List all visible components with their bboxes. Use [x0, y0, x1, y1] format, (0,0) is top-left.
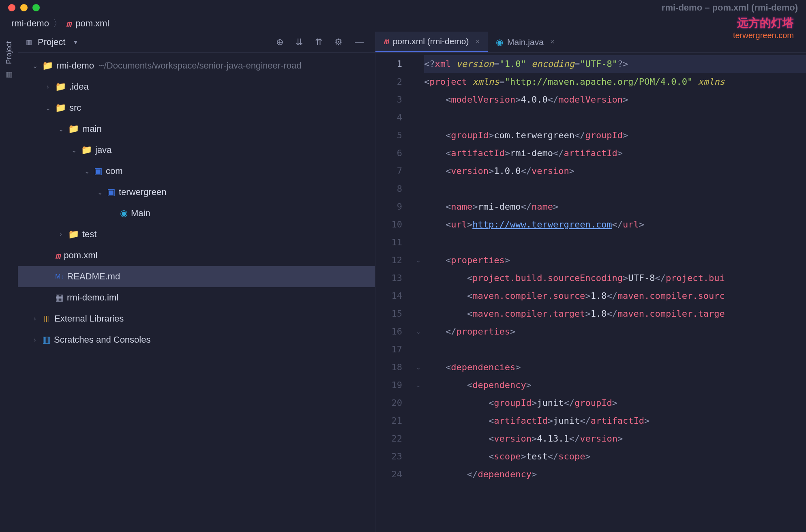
window-icon: ▥: [26, 38, 32, 46]
chevron-down-icon[interactable]: ▼: [73, 39, 78, 45]
code-line[interactable]: <version>4.13.1</version>: [424, 430, 806, 448]
tree-item[interactable]: ⌄▣com: [18, 161, 375, 182]
line-number[interactable]: 7: [375, 162, 402, 180]
code-line[interactable]: [424, 341, 806, 358]
code-line[interactable]: <artifactId>rmi-demo</artifactId>: [424, 144, 806, 162]
tree-arrow-icon[interactable]: ›: [31, 315, 39, 322]
code-line[interactable]: <project xmlns="http://maven.apache.org/…: [424, 73, 806, 91]
tree-item[interactable]: ⌄📁main: [18, 118, 375, 139]
close-icon[interactable]: ×: [550, 38, 555, 46]
tree-arrow-icon[interactable]: ⌄: [70, 146, 78, 154]
line-number[interactable]: 10: [375, 216, 402, 234]
collapse-all-icon[interactable]: ⇈: [312, 37, 326, 47]
code-line[interactable]: <project.build.sourceEncoding>UTF-8</pro…: [424, 269, 806, 287]
code-line[interactable]: [424, 180, 806, 198]
code-line[interactable]: [424, 234, 806, 251]
close-icon[interactable]: ×: [476, 37, 480, 46]
tree-item[interactable]: ›📁.idea: [18, 76, 375, 97]
code-line[interactable]: <dependencies>: [424, 358, 806, 376]
code-editor[interactable]: 123456789101112131415161718192021222324 …: [375, 53, 806, 532]
line-number[interactable]: 22: [375, 430, 402, 448]
line-number[interactable]: 6: [375, 144, 402, 162]
line-number[interactable]: 20: [375, 394, 402, 412]
code-line[interactable]: </properties>: [424, 323, 806, 341]
code-line[interactable]: <properties>: [424, 251, 806, 269]
fold-marker[interactable]: ⌄: [414, 376, 422, 394]
line-number[interactable]: 14: [375, 287, 402, 305]
code-line[interactable]: <scope>test</scope>: [424, 448, 806, 466]
close-window-button[interactable]: [8, 4, 15, 11]
tree-arrow-icon[interactable]: ⌄: [83, 167, 91, 175]
tree-item[interactable]: ›⫼External Libraries: [18, 308, 375, 329]
fold-marker: [414, 448, 422, 466]
select-opened-icon[interactable]: ⊕: [273, 37, 287, 47]
tree-arrow-icon[interactable]: ›: [31, 336, 39, 343]
tree-item[interactable]: M↓README.md: [18, 266, 375, 287]
project-tool-tab[interactable]: Project: [5, 38, 13, 67]
fold-marker[interactable]: ⌄: [414, 251, 422, 269]
tree-item[interactable]: ◉Main: [18, 203, 375, 224]
line-number[interactable]: 19: [375, 376, 402, 394]
line-number[interactable]: 3: [375, 91, 402, 109]
line-number[interactable]: 1: [375, 55, 402, 73]
tree-arrow-icon[interactable]: ⌄: [31, 62, 39, 70]
gear-icon[interactable]: ⚙: [331, 37, 346, 47]
line-number[interactable]: 16: [375, 323, 402, 341]
code-line[interactable]: <maven.compiler.source>1.8</maven.compil…: [424, 287, 806, 305]
tree-item[interactable]: mpom.xml: [18, 245, 375, 266]
line-number[interactable]: 12: [375, 251, 402, 269]
tree-item-label: .idea: [69, 82, 89, 92]
line-number[interactable]: 4: [375, 109, 402, 127]
line-number[interactable]: 18: [375, 358, 402, 376]
window-icon[interactable]: ▥: [6, 70, 13, 79]
line-number[interactable]: 13: [375, 269, 402, 287]
line-number[interactable]: 11: [375, 234, 402, 251]
tree-arrow-icon[interactable]: ⌄: [44, 104, 52, 112]
fold-marker: [414, 162, 422, 180]
code-line[interactable]: <version>1.0.0</version>: [424, 162, 806, 180]
tree-arrow-icon[interactable]: ⌄: [96, 189, 104, 196]
panel-title[interactable]: Project: [38, 37, 65, 47]
code-line[interactable]: <artifactId>junit</artifactId>: [424, 412, 806, 430]
tree-item[interactable]: ⌄▣terwergreen: [18, 182, 375, 203]
line-number[interactable]: 5: [375, 127, 402, 144]
code-line[interactable]: <groupId>junit</groupId>: [424, 394, 806, 412]
tree-item[interactable]: ›▥Scratches and Consoles: [18, 329, 375, 350]
tree-item[interactable]: ⌄📁rmi-demo ~/Documents/workspace/senior-…: [18, 55, 375, 76]
code-line[interactable]: <modelVersion>4.0.0</modelVersion>: [424, 91, 806, 109]
fold-marker[interactable]: ⌄: [414, 358, 422, 376]
tree-item[interactable]: ⌄📁java: [18, 139, 375, 161]
code-content[interactable]: <?xml version="1.0" encoding="UTF-8"?><p…: [422, 53, 806, 532]
fold-marker[interactable]: ⌄: [414, 323, 422, 341]
tree-item[interactable]: ▦rmi-demo.iml: [18, 287, 375, 308]
code-line[interactable]: [424, 109, 806, 127]
code-line[interactable]: </dependency>: [424, 466, 806, 483]
line-number[interactable]: 21: [375, 412, 402, 430]
line-number[interactable]: 15: [375, 305, 402, 323]
code-line[interactable]: <maven.compiler.target>1.8</maven.compil…: [424, 305, 806, 323]
line-number[interactable]: 23: [375, 448, 402, 466]
tree-item[interactable]: ⌄📁src: [18, 97, 375, 118]
editor-tab[interactable]: ◉Main.java×: [488, 32, 562, 52]
breadcrumb-file[interactable]: pom.xml: [75, 18, 109, 29]
code-line[interactable]: <url>http://www.terwergreen.com</url>: [424, 216, 806, 234]
breadcrumb-root[interactable]: rmi-demo: [11, 18, 49, 29]
tree-item[interactable]: ›📁test: [18, 224, 375, 245]
line-number[interactable]: 8: [375, 180, 402, 198]
code-line[interactable]: <?xml version="1.0" encoding="UTF-8"?>: [424, 55, 806, 73]
code-line[interactable]: <dependency>: [424, 376, 806, 394]
code-line[interactable]: <groupId>com.terwergreen</groupId>: [424, 127, 806, 144]
expand-all-icon[interactable]: ⇊: [292, 37, 306, 47]
tree-arrow-icon[interactable]: ›: [44, 83, 52, 90]
line-number[interactable]: 2: [375, 73, 402, 91]
editor-tab[interactable]: mpom.xml (rmi-demo)×: [375, 32, 488, 52]
hide-panel-icon[interactable]: —: [352, 37, 367, 47]
maximize-window-button[interactable]: [32, 4, 40, 11]
line-number[interactable]: 9: [375, 198, 402, 216]
tree-arrow-icon[interactable]: ›: [57, 231, 65, 238]
minimize-window-button[interactable]: [20, 4, 28, 11]
line-number[interactable]: 24: [375, 466, 402, 483]
line-number[interactable]: 17: [375, 341, 402, 358]
tree-arrow-icon[interactable]: ⌄: [57, 125, 65, 133]
code-line[interactable]: <name>rmi-demo</name>: [424, 198, 806, 216]
